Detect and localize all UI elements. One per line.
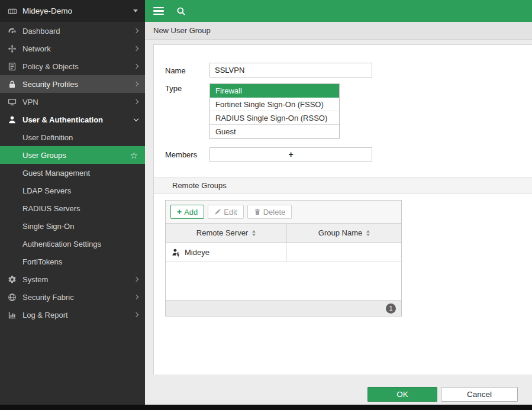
network-icon bbox=[7, 44, 17, 53]
user-key-icon bbox=[172, 248, 180, 257]
sidebar-item-vpn[interactable]: VPN bbox=[0, 93, 145, 111]
sidebar-item-authentication-settings[interactable]: Authentication Settings bbox=[0, 235, 145, 253]
sidebar-item-label: System bbox=[22, 275, 129, 284]
sidebar-item-label: Dashboard bbox=[22, 27, 129, 35]
remote-server-name: Mideye bbox=[185, 248, 209, 257]
column-label: Remote Server bbox=[196, 228, 248, 237]
policy-list-icon bbox=[7, 62, 17, 71]
type-selector: Firewall Fortinet Single Sign-On (FSSO) … bbox=[209, 83, 340, 139]
members-add-field[interactable]: + bbox=[209, 147, 372, 162]
name-input[interactable] bbox=[209, 63, 372, 78]
breadcrumb: New User Group bbox=[145, 22, 532, 40]
sidebar-item-label: Authentication Settings bbox=[22, 240, 138, 248]
table-header-row: Remote Server Group Name bbox=[166, 224, 401, 243]
type-row: Type Firewall Fortinet Single Sign-On (F… bbox=[165, 83, 532, 139]
search-icon[interactable] bbox=[176, 7, 186, 16]
sidebar-item-label: Guest Management bbox=[22, 169, 138, 177]
add-button[interactable]: + Add bbox=[170, 205, 204, 219]
favorite-star-icon[interactable]: ☆ bbox=[130, 151, 138, 160]
group-name-cell bbox=[286, 243, 401, 262]
members-label: Members bbox=[165, 150, 209, 159]
main-area: New User Group Name Type Firewall Fortin… bbox=[145, 0, 532, 410]
chevron-right-icon bbox=[134, 28, 138, 33]
sidebar-item-single-sign-on[interactable]: Single Sign-On bbox=[0, 217, 145, 235]
bottom-edge-bar bbox=[0, 405, 532, 410]
sidebar-item-label: User Groups bbox=[22, 151, 130, 160]
user-icon bbox=[7, 115, 17, 124]
name-row: Name bbox=[165, 63, 532, 78]
cancel-button[interactable]: Cancel bbox=[441, 387, 518, 402]
chevron-right-icon bbox=[134, 64, 138, 69]
add-button-label: Add bbox=[184, 208, 198, 217]
column-header-group-name[interactable]: Group Name bbox=[286, 224, 401, 242]
sidebar-item-label: VPN bbox=[22, 98, 129, 106]
sidebar-item-guest-management[interactable]: Guest Management bbox=[0, 164, 145, 182]
sidebar-item-user-groups[interactable]: User Groups ☆ bbox=[0, 146, 145, 164]
sidebar-item-label: Security Profiles bbox=[22, 80, 129, 89]
sort-icon bbox=[366, 230, 370, 236]
sidebar-item-ldap-servers[interactable]: LDAP Servers bbox=[0, 182, 145, 199]
delete-button[interactable]: Delete bbox=[247, 205, 292, 219]
monitor-icon bbox=[7, 98, 17, 106]
sidebar-item-label: LDAP Servers bbox=[22, 186, 138, 195]
chevron-right-icon bbox=[134, 312, 138, 317]
sidebar-item-security-profiles[interactable]: Security Profiles bbox=[0, 75, 145, 93]
delete-button-label: Delete bbox=[263, 208, 286, 217]
sidebar-item-policy-objects[interactable]: Policy & Objects bbox=[0, 57, 145, 75]
device-name: Mideye-Demo bbox=[22, 7, 72, 15]
new-user-group-panel: Name Type Firewall Fortinet Single Sign-… bbox=[153, 44, 532, 375]
app-window: Mideye-Demo Dashboard Network Policy & O… bbox=[0, 0, 532, 410]
sidebar-item-label: Log & Report bbox=[22, 311, 129, 319]
chevron-right-icon bbox=[134, 99, 138, 104]
sidebar-item-label: Security Fabric bbox=[22, 293, 129, 302]
ok-button[interactable]: OK bbox=[367, 387, 437, 402]
pencil-icon bbox=[214, 208, 221, 215]
type-option-guest[interactable]: Guest bbox=[210, 125, 339, 138]
sidebar-item-label: FortiTokens bbox=[22, 257, 138, 266]
remote-groups-table: + Add Edit Delete bbox=[165, 200, 402, 317]
device-selector[interactable]: Mideye-Demo bbox=[0, 0, 145, 22]
remote-groups-section-header: Remote Groups bbox=[154, 177, 532, 194]
sidebar-item-label: Single Sign-On bbox=[22, 222, 138, 231]
row-count-badge: 1 bbox=[386, 304, 396, 314]
firewall-device-icon bbox=[7, 7, 17, 16]
type-option-fsso[interactable]: Fortinet Single Sign-On (FSSO) bbox=[210, 98, 339, 111]
sidebar-item-security-fabric[interactable]: Security Fabric bbox=[0, 288, 145, 306]
sidebar-item-user-authentication[interactable]: User & Authentication bbox=[0, 111, 145, 128]
chevron-right-icon bbox=[134, 82, 138, 86]
edit-button[interactable]: Edit bbox=[208, 205, 243, 219]
sidebar-item-system[interactable]: System bbox=[0, 270, 145, 288]
plus-icon: + bbox=[288, 150, 293, 159]
sidebar-item-label: Network bbox=[22, 44, 129, 53]
remote-server-cell: Mideye bbox=[166, 243, 286, 262]
remote-groups-toolbar: + Add Edit Delete bbox=[166, 201, 401, 224]
caret-down-icon bbox=[133, 9, 138, 12]
remote-groups-title: Remote Groups bbox=[172, 181, 227, 190]
column-header-remote-server[interactable]: Remote Server bbox=[166, 224, 286, 242]
type-option-firewall[interactable]: Firewall bbox=[210, 84, 339, 98]
sidebar-item-radius-servers[interactable]: RADIUS Servers bbox=[0, 199, 145, 217]
sort-icon bbox=[252, 230, 256, 236]
members-row: Members + bbox=[165, 147, 532, 162]
bar-chart-icon bbox=[7, 311, 17, 319]
chevron-right-icon bbox=[134, 295, 138, 299]
sidebar-item-user-definition[interactable]: User Definition bbox=[0, 128, 145, 146]
sidebar-item-network[interactable]: Network bbox=[0, 40, 145, 57]
sidebar-item-dashboard[interactable]: Dashboard bbox=[0, 22, 145, 40]
sidebar-item-fortitokens[interactable]: FortiTokens bbox=[0, 253, 145, 270]
chevron-down-icon bbox=[134, 116, 138, 121]
menu-icon[interactable] bbox=[153, 7, 164, 15]
table-row[interactable]: Mideye bbox=[166, 243, 401, 262]
trash-icon bbox=[254, 208, 261, 215]
lock-icon bbox=[7, 80, 17, 89]
plus-icon: + bbox=[177, 208, 182, 216]
top-bar bbox=[145, 0, 532, 22]
gauge-icon bbox=[7, 27, 17, 35]
table-footer: 1 bbox=[166, 300, 401, 316]
type-label: Type bbox=[165, 83, 209, 93]
type-option-rsso[interactable]: RADIUS Single Sign-On (RSSO) bbox=[210, 111, 339, 125]
security-fabric-icon bbox=[7, 293, 17, 302]
sidebar-item-label: Policy & Objects bbox=[22, 62, 129, 71]
sidebar-item-log-report[interactable]: Log & Report bbox=[0, 306, 145, 324]
sidebar-item-label: User Definition bbox=[22, 133, 138, 142]
